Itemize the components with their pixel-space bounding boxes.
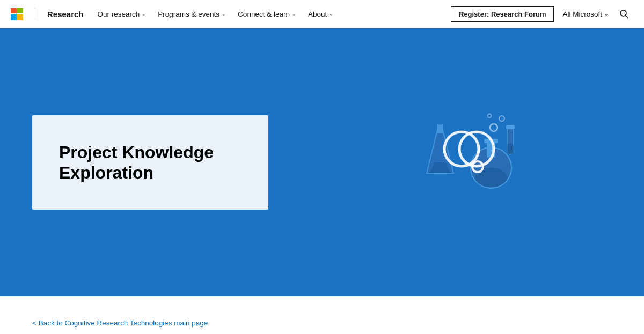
bottom-section: < Back to Cognitive Research Technologie… xyxy=(0,296,644,334)
hero-illustration xyxy=(322,98,612,227)
science-illustration-icon xyxy=(408,98,526,227)
svg-point-9 xyxy=(444,132,479,166)
nav-links: Our research ⌄ Programs & events ⌄ Conne… xyxy=(92,7,339,21)
all-microsoft-button[interactable]: All Microsoft ⌄ xyxy=(562,10,609,18)
nav-brand-label[interactable]: Research xyxy=(47,10,84,19)
all-microsoft-chevron-icon: ⌄ xyxy=(604,11,609,17)
hero-content: Project Knowledge Exploration xyxy=(32,115,322,210)
hero-section: Project Knowledge Exploration xyxy=(0,28,644,296)
nav-our-research[interactable]: Our research ⌄ xyxy=(92,7,152,21)
about-chevron-icon: ⌄ xyxy=(329,11,333,17)
nav-divider xyxy=(35,8,35,20)
our-research-chevron-icon: ⌄ xyxy=(142,11,146,17)
search-icon xyxy=(619,9,629,19)
programs-events-chevron-icon: ⌄ xyxy=(222,11,226,17)
navbar: Research Our research ⌄ Programs & event… xyxy=(0,0,644,28)
nav-connect-learn[interactable]: Connect & learn ⌄ xyxy=(232,7,302,21)
svg-rect-3 xyxy=(437,125,443,133)
back-to-main-link[interactable]: < Back to Cognitive Research Technologie… xyxy=(32,319,208,327)
hero-card: Project Knowledge Exploration xyxy=(32,115,268,210)
svg-point-13 xyxy=(499,116,504,121)
microsoft-logo-link[interactable]: Research xyxy=(11,8,84,20)
nav-about[interactable]: About ⌄ xyxy=(303,7,339,21)
search-button[interactable] xyxy=(615,7,633,21)
hero-title: Project Knowledge Exploration xyxy=(59,142,241,183)
nav-programs-events[interactable]: Programs & events ⌄ xyxy=(152,7,231,21)
svg-rect-16 xyxy=(507,144,514,154)
svg-point-12 xyxy=(490,124,497,131)
microsoft-logo xyxy=(11,8,23,20)
svg-point-14 xyxy=(488,114,492,118)
svg-rect-17 xyxy=(506,125,515,129)
svg-line-1 xyxy=(626,16,628,18)
connect-learn-chevron-icon: ⌄ xyxy=(292,11,296,17)
register-forum-button[interactable]: Register: Research Forum xyxy=(451,6,554,22)
